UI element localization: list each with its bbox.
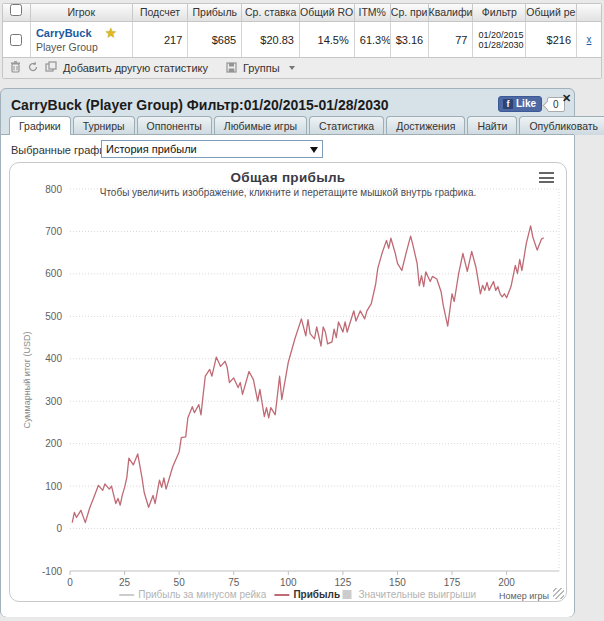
select-all-checkbox[interactable]	[10, 4, 22, 16]
remove-row-link[interactable]: x	[577, 34, 601, 45]
itm-cell: 61.3%	[355, 22, 391, 57]
column-header-5[interactable]: Общий ROI	[300, 4, 355, 21]
legend-item-0[interactable]: Прибыль за минусом рейка	[138, 589, 267, 600]
svg-text:0: 0	[56, 523, 62, 534]
series-Прибыль	[72, 226, 544, 523]
svg-text:25: 25	[119, 577, 131, 588]
player-name: CarryBuck	[36, 27, 92, 39]
chart-menu-icon[interactable]	[539, 172, 554, 183]
tab-достижения[interactable]: Достижения	[386, 116, 465, 135]
stats-table: ИгрокПодсчетПрибыльСр. ставкаОбщий ROIIT…	[2, 3, 602, 79]
total-rake-cell: $216	[526, 22, 577, 57]
legend-item-2[interactable]: Значительные выигрыши	[359, 589, 477, 600]
player-panel: CarryBuck (Player Group) Фильтр:01/20/20…	[0, 88, 575, 617]
panel-body: Выбранные графики: История прибыли Общая…	[1, 134, 574, 617]
player-cell: CarryBuck ★ Player Group	[31, 22, 133, 57]
column-header-10[interactable]: Общий рейк	[526, 4, 577, 21]
tab-оппоненты[interactable]: Оппоненты	[137, 116, 212, 135]
svg-text:-100: -100	[42, 566, 62, 577]
groups-dropdown-button[interactable]: Группы	[243, 62, 280, 74]
column-header-3[interactable]: Прибыль	[188, 4, 242, 21]
tab-найти[interactable]: Найти	[467, 116, 517, 135]
svg-text:600: 600	[45, 268, 62, 279]
svg-text:200: 200	[45, 438, 62, 449]
svg-text:100: 100	[280, 577, 297, 588]
column-header-8[interactable]: Квалифик.	[429, 4, 474, 21]
svg-text:700: 700	[45, 226, 62, 237]
groups-dropdown-arrow-icon	[289, 66, 295, 70]
svg-text:0: 0	[67, 577, 73, 588]
svg-text:150: 150	[389, 577, 406, 588]
legend-item-1[interactable]: Прибыль	[293, 589, 340, 600]
svg-text:400: 400	[45, 353, 62, 364]
total-roi-cell: 14.5%	[300, 22, 355, 57]
row-checkbox-cell	[3, 22, 31, 57]
avg-prize-cell: $3.16	[391, 22, 429, 57]
graph-select-value: История прибыли	[106, 143, 197, 155]
column-header-7[interactable]: Ср. при	[391, 4, 429, 21]
profit-cell: $685	[188, 22, 242, 57]
svg-text:200: 200	[498, 577, 515, 588]
chart-title: Общая прибыль	[10, 170, 566, 185]
profit-chart[interactable]: Общая прибыль Чтобы увеличить изображени…	[9, 162, 567, 602]
svg-text:500: 500	[45, 311, 62, 322]
player-name-link[interactable]: CarryBuck ★	[36, 27, 127, 39]
filter-cell: 01/20/2015 01/28/2030	[473, 22, 526, 57]
chart-canvas: -100010020030040050060070080002550751001…	[10, 163, 566, 601]
panel-title: CarryBuck (Player Group) Фильтр:01/20/20…	[11, 97, 389, 113]
column-header-9[interactable]: Фильтр	[473, 4, 526, 21]
facebook-like-button[interactable]: f Like	[498, 96, 542, 112]
medal-star-icon: ★	[106, 28, 117, 38]
add-statistic-button[interactable]: Добавить другую статистику	[63, 62, 208, 74]
close-icon[interactable]: ✕	[562, 92, 571, 105]
header-checkbox-cell	[3, 4, 31, 21]
svg-text:75: 75	[228, 577, 240, 588]
svg-text:125: 125	[335, 577, 352, 588]
facebook-like-widget: f Like 0	[498, 96, 565, 112]
column-header-empty	[577, 4, 601, 21]
resize-handle-icon[interactable]	[553, 588, 564, 599]
facebook-logo-icon: f	[503, 99, 513, 109]
qualif-cell: 77	[429, 22, 474, 57]
tab-турниры[interactable]: Турниры	[73, 116, 135, 135]
stats-table-header-row: ИгрокПодсчетПрибыльСр. ставкаОбщий ROIIT…	[3, 4, 601, 22]
tab-любимые-игры[interactable]: Любимые игры	[214, 116, 307, 135]
column-header-2[interactable]: Подсчет	[133, 4, 189, 21]
filter-from: 01/20/2015	[478, 30, 520, 40]
tab-статистика[interactable]: Статистика	[309, 116, 384, 135]
svg-text:100: 100	[45, 481, 62, 492]
count-cell: 217	[133, 22, 189, 57]
svg-text:300: 300	[45, 396, 62, 407]
remove-cell: x	[577, 22, 601, 57]
svg-text:175: 175	[444, 577, 461, 588]
tab-опубликовать[interactable]: Опубликовать	[519, 116, 604, 135]
chevron-down-icon	[310, 147, 318, 153]
column-header-1[interactable]: Игрок	[31, 4, 133, 21]
chart-subtitle: Чтобы увеличить изображение, кликните и …	[10, 187, 566, 198]
avg-stake-cell: $20.83	[242, 22, 300, 57]
graph-select-dropdown[interactable]: История прибыли	[101, 140, 323, 158]
column-header-6[interactable]: ITM%	[355, 4, 391, 21]
tab-графики[interactable]: Графики	[9, 116, 71, 135]
like-label: Like	[516, 98, 536, 109]
groups-icon	[226, 62, 237, 75]
trash-icon[interactable]	[10, 61, 21, 75]
stats-table-row: CarryBuck ★ Player Group 217 $685 $20.83…	[3, 22, 601, 58]
panel-tabs: ГрафикиТурнирыОппонентыЛюбимые игрыСтати…	[9, 116, 604, 135]
add-statistic-icon[interactable]	[45, 61, 57, 75]
refresh-icon[interactable]	[27, 61, 39, 75]
player-type-label: Player Group	[36, 41, 127, 53]
column-header-4[interactable]: Ср. ставка	[242, 4, 300, 21]
svg-text:50: 50	[174, 577, 186, 588]
filter-to: 01/28/2030	[478, 40, 520, 50]
stats-toolbar: Добавить другую статистику Группы	[3, 58, 601, 78]
svg-text:Суммарный итог (USD): Суммарный итог (USD)	[22, 331, 32, 428]
svg-text:Номер игры: Номер игры	[499, 591, 549, 601]
row-checkbox[interactable]	[10, 34, 22, 46]
